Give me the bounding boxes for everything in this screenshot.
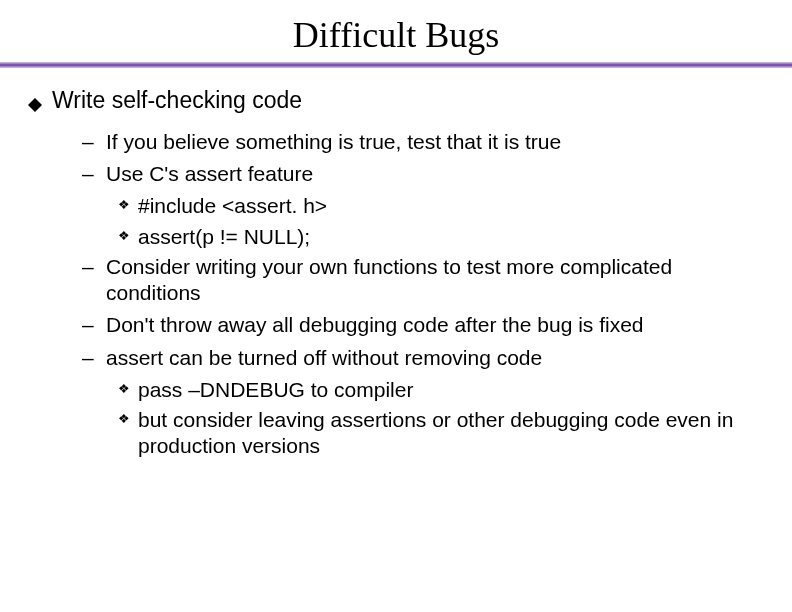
list-item-text: If you believe something is true, test t… xyxy=(106,129,764,155)
list-item-text: Use C's assert feature xyxy=(106,161,764,187)
diamond-small-icon: ❖ xyxy=(118,193,134,216)
slide-title: Difficult Bugs xyxy=(0,0,792,62)
list-item-text: assert can be turned off without removin… xyxy=(106,345,764,371)
list-item: – If you believe something is true, test… xyxy=(82,129,764,155)
dash-icon: – xyxy=(82,129,100,155)
dash-icon: – xyxy=(82,312,100,338)
list-item-text: Consider writing your own functions to t… xyxy=(106,254,764,307)
subsublist: ❖ pass –DNDEBUG to compiler ❖ but consid… xyxy=(82,377,764,460)
list-item: – Don't throw away all debugging code af… xyxy=(82,312,764,338)
list-item: – assert can be turned off without remov… xyxy=(82,345,764,371)
slide-body: Write self-checking code – If you believ… xyxy=(0,86,792,460)
list-item: ❖ assert(p != NULL); xyxy=(118,224,764,250)
dash-icon: – xyxy=(82,161,100,187)
bullet-main: Write self-checking code xyxy=(28,86,764,119)
list-item: ❖ #include <assert. h> xyxy=(118,193,764,219)
list-item: – Use C's assert feature xyxy=(82,161,764,187)
diamond-small-icon: ❖ xyxy=(118,224,134,247)
svg-marker-0 xyxy=(28,98,42,112)
subsublist: ❖ #include <assert. h> ❖ assert(p != NUL… xyxy=(82,193,764,250)
list-item-text: but consider leaving assertions or other… xyxy=(138,407,764,460)
diamond-small-icon: ❖ xyxy=(118,377,134,400)
list-item-text: pass –DNDEBUG to compiler xyxy=(138,377,764,403)
list-item: ❖ pass –DNDEBUG to compiler xyxy=(118,377,764,403)
dash-icon: – xyxy=(82,254,100,280)
sublist: – If you believe something is true, test… xyxy=(28,129,764,460)
dash-icon: – xyxy=(82,345,100,371)
list-item-text: Don't throw away all debugging code afte… xyxy=(106,312,764,338)
slide: Difficult Bugs Write self-checking code … xyxy=(0,0,792,612)
diamond-filled-icon xyxy=(28,90,42,119)
list-item-text: #include <assert. h> xyxy=(138,193,764,219)
diamond-small-icon: ❖ xyxy=(118,407,134,430)
title-divider xyxy=(0,62,792,68)
list-item: ❖ but consider leaving assertions or oth… xyxy=(118,407,764,460)
bullet-main-text: Write self-checking code xyxy=(52,86,764,115)
list-item: – Consider writing your own functions to… xyxy=(82,254,764,307)
list-item-text: assert(p != NULL); xyxy=(138,224,764,250)
